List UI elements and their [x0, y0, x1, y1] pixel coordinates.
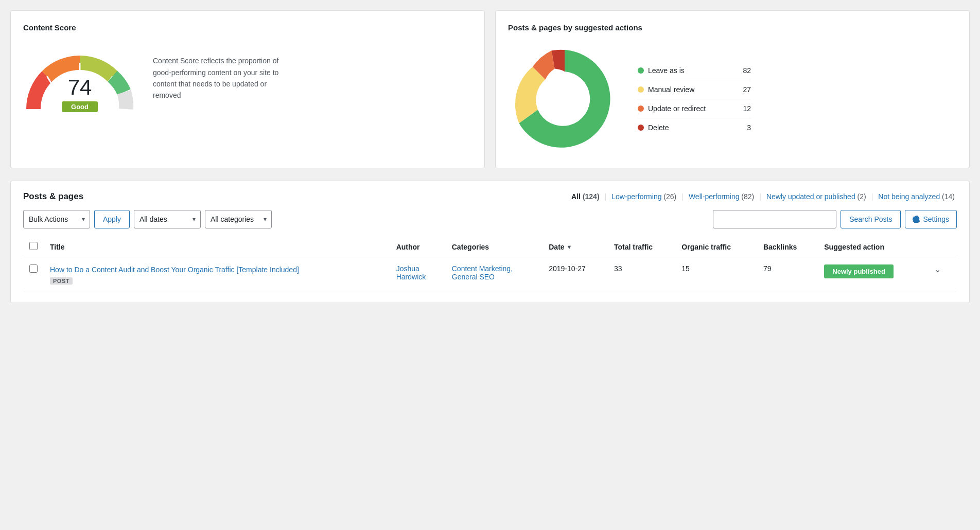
legend-dot-leave	[638, 67, 644, 74]
donut-svg-wrap	[508, 42, 621, 155]
posts-table: Title Author Categories Date ▼ Total tra…	[23, 237, 957, 292]
td-expand: ⌄	[926, 257, 957, 292]
filter-sep-2: |	[678, 192, 687, 201]
legend-label-manual: Manual review	[648, 85, 739, 94]
bulk-actions-select[interactable]: Bulk Actions	[23, 210, 90, 228]
toolbar-right: Search Posts Settings	[713, 210, 957, 228]
search-input[interactable]	[713, 210, 836, 228]
posts-pages-section: Posts & pages All (124) | Low-performing…	[10, 181, 970, 303]
th-date[interactable]: Date ▼	[542, 237, 608, 257]
legend-count-leave: 82	[743, 66, 751, 75]
td-checkbox	[23, 257, 44, 292]
donut-svg	[508, 42, 621, 155]
all-categories-wrapper: All categories	[205, 210, 272, 228]
td-suggested-action: Newly published	[818, 257, 926, 292]
gauge-wrapper: 74 Good	[23, 42, 136, 114]
apply-button[interactable]: Apply	[94, 210, 130, 228]
post-type-badge: POST	[50, 277, 73, 285]
search-posts-button[interactable]: Search Posts	[841, 210, 901, 228]
gauge-description: Content Score reflects the proportion of…	[153, 55, 287, 101]
filter-tab-all[interactable]: All (124)	[569, 192, 601, 201]
gauge-container: 74 Good Content Score reflects the propo…	[23, 42, 472, 114]
content-score-title: Content Score	[23, 23, 472, 32]
table-head: Title Author Categories Date ▼ Total tra…	[23, 237, 957, 257]
td-backlinks: 79	[757, 257, 818, 292]
bulk-actions-wrapper: Bulk Actions	[23, 210, 90, 228]
gauge-score: 74	[68, 75, 92, 100]
filter-tabs: All (124) | Low-performing (26) | Well-p…	[96, 192, 957, 201]
legend-dot-manual	[638, 86, 644, 93]
posts-header: Posts & pages All (124) | Low-performing…	[23, 191, 957, 202]
sort-arrow-icon: ▼	[567, 244, 572, 250]
select-all-checkbox[interactable]	[29, 242, 38, 250]
toolbar-left: Bulk Actions Apply All dates All categor…	[23, 210, 272, 228]
legend-label-leave: Leave as is	[648, 66, 739, 75]
th-backlinks: Backlinks	[757, 237, 818, 257]
posts-section-title: Posts & pages	[23, 191, 83, 202]
th-suggested-action: Suggested action	[818, 237, 926, 257]
td-categories: Content Marketing,General SEO	[446, 257, 543, 292]
legend-dot-update	[638, 105, 644, 112]
table-row: How to Do a Content Audit and Boost Your…	[23, 257, 957, 292]
settings-label: Settings	[923, 215, 949, 223]
filter-tab-newly[interactable]: Newly updated or published (2)	[764, 192, 868, 201]
gauge-label: Good	[62, 101, 98, 112]
table-header-row: Title Author Categories Date ▼ Total tra…	[23, 237, 957, 257]
filter-tab-low[interactable]: Low-performing (26)	[609, 192, 678, 201]
suggested-action-badge: Newly published	[824, 264, 894, 278]
svg-point-4	[543, 77, 586, 120]
th-categories: Categories	[446, 237, 543, 257]
donut-chart-card: Posts & pages by suggested actions	[495, 10, 970, 168]
legend-label-update: Update or redirect	[648, 104, 739, 113]
legend-item-manual: Manual review 27	[638, 80, 751, 99]
td-author: JoshuaHardwick	[390, 257, 446, 292]
donut-container: Leave as is 82 Manual review 27 Update o…	[508, 42, 957, 155]
legend-count-delete: 3	[747, 123, 751, 132]
filter-sep-3: |	[756, 192, 764, 201]
gear-icon	[913, 216, 920, 223]
th-title: Title	[44, 237, 390, 257]
th-expand	[926, 237, 957, 257]
td-date: 2019-10-27	[542, 257, 608, 292]
post-title-link[interactable]: How to Do a Content Audit and Boost Your…	[50, 266, 299, 274]
legend-dot-delete	[638, 125, 644, 131]
legend-count-update: 12	[743, 104, 751, 113]
content-score-card: Content Score	[10, 10, 485, 168]
category-link-1[interactable]: Content Marketing,General SEO	[452, 264, 513, 281]
all-dates-select[interactable]: All dates	[134, 210, 201, 228]
filter-tab-not-analyzed[interactable]: Not being analyzed (14)	[876, 192, 957, 201]
legend-label-delete: Delete	[648, 123, 743, 132]
settings-button[interactable]: Settings	[905, 210, 957, 228]
legend-item-leave: Leave as is 82	[638, 61, 751, 80]
legend-item-update: Update or redirect 12	[638, 99, 751, 118]
th-total-traffic: Total traffic	[608, 237, 675, 257]
legend: Leave as is 82 Manual review 27 Update o…	[638, 61, 751, 137]
legend-count-manual: 27	[743, 85, 751, 94]
filter-sep-4: |	[868, 192, 877, 201]
author-link[interactable]: JoshuaHardwick	[396, 264, 426, 281]
expand-row-icon[interactable]: ⌄	[932, 265, 943, 274]
th-date-label: Date ▼	[549, 243, 602, 251]
all-dates-wrapper: All dates	[134, 210, 201, 228]
all-categories-select[interactable]: All categories	[205, 210, 272, 228]
td-title: How to Do a Content Audit and Boost Your…	[44, 257, 390, 292]
filter-tab-well[interactable]: Well-performing (82)	[687, 192, 756, 201]
td-organic-traffic: 15	[675, 257, 757, 292]
th-author: Author	[390, 237, 446, 257]
td-total-traffic: 33	[608, 257, 675, 292]
legend-item-delete: Delete 3	[638, 118, 751, 137]
th-checkbox	[23, 237, 44, 257]
donut-chart-title: Posts & pages by suggested actions	[508, 23, 957, 32]
toolbar: Bulk Actions Apply All dates All categor…	[23, 210, 957, 228]
filter-sep-1: |	[602, 192, 610, 201]
th-organic-traffic: Organic traffic	[675, 237, 757, 257]
row-checkbox[interactable]	[29, 264, 38, 273]
table-body: How to Do a Content Audit and Boost Your…	[23, 257, 957, 292]
